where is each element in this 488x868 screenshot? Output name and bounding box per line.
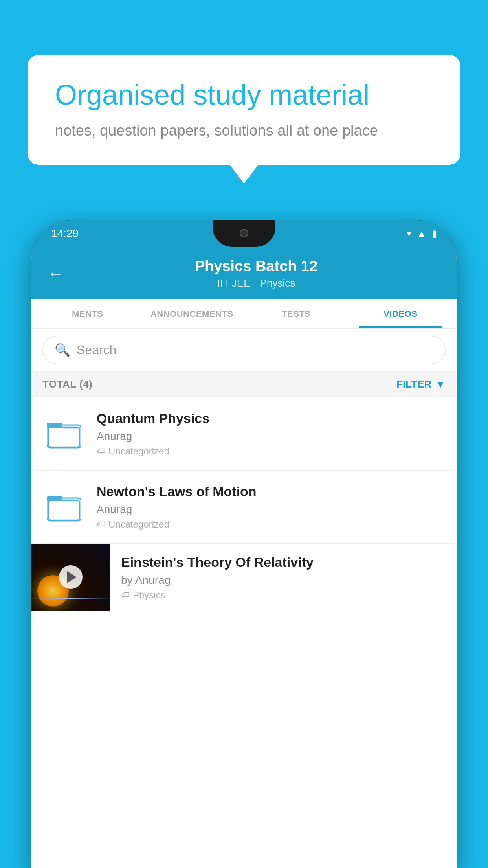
filter-icon: ▼ — [435, 378, 446, 390]
video-author: Anurag — [97, 503, 446, 516]
svg-rect-7 — [47, 496, 62, 501]
status-icons: ▾ ▲ ▮ — [407, 228, 437, 239]
status-time: 14:29 — [51, 227, 79, 240]
app-header: ← Physics Batch 12 IIT JEE Physics — [31, 247, 457, 299]
search-icon: 🔍 — [55, 342, 70, 357]
svg-rect-2 — [48, 427, 80, 447]
bubble-title: Organised study material — [55, 79, 433, 111]
total-count: TOTAL (4) — [42, 378, 92, 390]
tag-label: Uncategorized — [108, 519, 169, 530]
video-list: Quantum Physics Anurag 🏷 Uncategorized — [31, 397, 457, 612]
video-title: Einstein's Theory Of Relativity — [121, 555, 446, 570]
search-input[interactable]: Search — [77, 343, 116, 357]
tab-ments[interactable]: MENTS — [35, 299, 140, 328]
tag-icon: 🏷 — [97, 446, 105, 456]
speech-bubble-section: Organised study material notes, question… — [28, 55, 460, 165]
tab-videos[interactable]: VIDEOS — [349, 299, 453, 328]
tag-icon: 🏷 — [121, 590, 130, 600]
play-icon — [67, 571, 77, 583]
tag-icon: 🏷 — [97, 519, 105, 530]
speech-bubble: Organised study material notes, question… — [28, 55, 460, 165]
video-author: Anurag — [97, 430, 446, 443]
wifi-icon: ▾ — [407, 228, 411, 239]
video-title: Newton's Laws of Motion — [97, 484, 446, 499]
back-button[interactable]: ← — [47, 264, 64, 283]
bubble-subtitle: notes, question papers, solutions all at… — [55, 122, 433, 139]
video-tag: 🏷 Uncategorized — [97, 446, 446, 457]
phone-frame: 14:29 ▾ ▲ ▮ ← Physics Batch 12 IIT JEE P… — [31, 220, 457, 868]
play-button[interactable] — [59, 565, 83, 589]
phone-screen: ← Physics Batch 12 IIT JEE Physics MENTS… — [31, 247, 457, 868]
search-container: 🔍 Search — [31, 329, 457, 371]
header-title: Physics Batch 12 — [72, 258, 441, 275]
video-thumb-quantum — [42, 412, 86, 456]
filter-label: FILTER — [396, 378, 431, 390]
video-thumbnail-einstein — [31, 544, 110, 611]
video-info-einstein: Einstein's Theory Of Relativity by Anura… — [110, 544, 457, 612]
video-tag: 🏷 Uncategorized — [97, 519, 446, 530]
header-title-group: Physics Batch 12 IIT JEE Physics — [72, 258, 441, 289]
tab-announcements[interactable]: ANNOUNCEMENTS — [140, 299, 244, 328]
video-thumb-newton — [42, 485, 86, 529]
signal-icon: ▲ — [417, 228, 426, 239]
status-bar: 14:29 ▾ ▲ ▮ — [31, 220, 457, 247]
svg-rect-6 — [48, 500, 80, 520]
svg-rect-3 — [47, 423, 62, 428]
header-tag-physics: Physics — [260, 277, 295, 289]
video-tag: 🏷 Physics — [121, 590, 446, 601]
filter-button[interactable]: FILTER ▼ — [396, 378, 446, 390]
folder-icon — [47, 492, 81, 522]
tag-label: Uncategorized — [108, 446, 169, 457]
header-tags: IIT JEE Physics — [72, 277, 441, 289]
video-author: by Anurag — [121, 574, 446, 587]
tab-tests[interactable]: TESTS — [244, 299, 349, 328]
phone-notch — [213, 220, 275, 247]
search-bar[interactable]: 🔍 Search — [42, 336, 446, 364]
battery-icon: ▮ — [432, 228, 437, 239]
video-info-quantum: Quantum Physics Anurag 🏷 Uncategorized — [97, 411, 446, 457]
light-streak — [31, 598, 110, 599]
video-title: Quantum Physics — [97, 411, 446, 426]
filter-bar: TOTAL (4) FILTER ▼ — [31, 371, 457, 397]
folder-icon — [47, 419, 81, 449]
tabs-bar: MENTS ANNOUNCEMENTS TESTS VIDEOS — [31, 299, 457, 329]
video-info-newton: Newton's Laws of Motion Anurag 🏷 Uncateg… — [97, 484, 446, 530]
header-tag-iitjee: IIT JEE — [217, 277, 251, 289]
list-item[interactable]: Quantum Physics Anurag 🏷 Uncategorized — [31, 397, 457, 471]
list-item[interactable]: Einstein's Theory Of Relativity by Anura… — [31, 544, 457, 612]
notch-camera — [240, 229, 248, 237]
tag-label: Physics — [133, 590, 165, 601]
list-item[interactable]: Newton's Laws of Motion Anurag 🏷 Uncateg… — [31, 471, 457, 544]
